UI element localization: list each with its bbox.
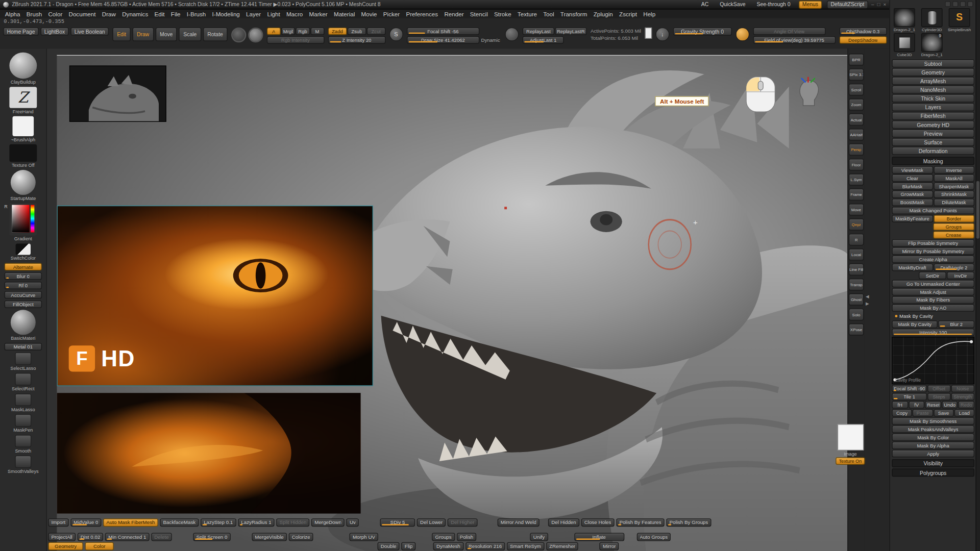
btn-zsub[interactable]: Zsub [348,28,366,35]
menu-item-transform[interactable]: Transform [557,10,591,18]
menu-item-zscript[interactable]: Zscript [616,10,640,18]
menu-item-help[interactable]: Help [640,10,658,18]
btn-offset[interactable]: Offset [927,385,950,392]
btn-preview[interactable]: Preview [892,129,974,137]
stroke-mini-icon[interactable] [952,1,958,7]
collapse-right-icon[interactable]: ▶ [866,301,890,306]
btn-zcut[interactable]: Zcut [366,28,385,35]
btn-unify[interactable]: Unify [530,533,548,541]
btn-fh[interactable]: fH [892,401,908,409]
btn-redo[interactable]: Redo [959,401,974,409]
btn-groups[interactable]: Groups [432,533,454,541]
btn-xpose[interactable]: XPose [849,323,864,335]
btn-mergedown[interactable]: MergeDown [311,518,345,527]
freehand-thumbnail-icon[interactable] [9,87,37,108]
menu-item-alpha[interactable]: Alpha [2,10,23,18]
btn-lightbox[interactable]: LightBox [40,28,68,36]
dock-item-selectrect[interactable]: SelectRect [12,373,34,392]
btn-strength[interactable]: Strength [951,393,974,400]
collapse-left-icon[interactable]: ◀ [866,294,890,299]
dock-item-rf-0[interactable]: Rf 0 [5,282,42,289]
btn-resolution-216[interactable]: Resolution 216 [465,542,505,550]
masking-header[interactable]: Masking [892,157,974,165]
dock-item-masklasso[interactable]: MaskLasso [11,393,35,412]
btn-steps[interactable]: Steps [927,393,950,400]
btn-subtool[interactable]: Subtool [892,59,974,67]
btn-zremesher[interactable]: ZRemesher [546,542,578,550]
btn-uv[interactable]: Uv [347,518,359,527]
btn-zadd[interactable]: Zadd [328,28,347,35]
btn-mask-peaksandvalleys[interactable]: Mask PeaksAndValleys [892,425,974,433]
btn-layers[interactable]: Layers [892,103,974,111]
btn-lazystep-0-1[interactable]: LazyStep 0.1 [201,518,236,527]
cavity-profile-curve[interactable]: Cavity Profile [892,337,974,384]
btn-polish[interactable]: Polish [456,533,476,541]
document-canvas[interactable]: F HD Alt + Mouse left [57,55,847,551]
btn-fv[interactable]: fV [909,401,924,409]
menu-item-layer[interactable]: Layer [243,10,264,18]
tool-thumbnail-icon[interactable] [15,456,31,468]
menu-item-marker[interactable]: Marker [306,10,330,18]
btn-scroll[interactable]: Scroll [849,84,864,95]
btn-mask-by-cavity[interactable]: Mask By Cavity [892,312,974,320]
btn-mask-by-smoothness[interactable]: Mask By Smoothness [892,417,974,425]
btn-invdir[interactable]: InvDir [947,272,974,280]
menu-item-material[interactable]: Material [331,10,358,18]
switch-thumbnail-icon[interactable] [16,244,31,255]
maximize-icon[interactable]: □ [877,2,880,7]
btn-mask-by-color[interactable]: Mask By Color [892,434,974,441]
stencil-thumb[interactable] [645,28,651,39]
document-thumbnail[interactable] [69,66,166,122]
angle-of-view-icon[interactable] [736,28,749,41]
dock-item-gradient[interactable]: RGradient [9,203,37,242]
btn-shrinkmask[interactable]: ShrinkMask [934,190,974,198]
dock-item-brushalph[interactable]: ~BrushAlph [11,116,35,142]
btn-deformation[interactable]: Deformation [892,147,974,155]
menu-item-light[interactable]: Light [264,10,283,18]
btn-mask-changed-points[interactable]: Mask Changed Points [892,207,974,214]
btn-mrgb[interactable]: Mrgb [281,28,295,35]
btn-gravity-strength-0[interactable]: Gravity Strength 0 [673,28,731,36]
btn-double[interactable]: Double [378,542,400,550]
btn-replaylastrel[interactable]: ReplayLastRel [555,28,586,35]
btn-qxyz[interactable]: Qxyz [849,219,864,231]
cylinder-icon[interactable] [921,8,943,27]
btn-clear[interactable]: Clear [892,174,933,182]
close-icon[interactable]: × [884,2,887,7]
menu-item-dynamics[interactable]: Dynamics [119,10,151,18]
btn-rgb-intensity[interactable]: Rgb Intensity [267,36,325,44]
dock-item-blur-0[interactable]: Blur 0 [5,272,42,280]
btn-fillobject[interactable]: FillObject [5,300,42,308]
btn-rf-0[interactable]: Rf 0 [5,282,42,289]
btn-noise[interactable]: Noise [951,385,974,392]
btn-projectall[interactable]: ProjectAll [48,533,76,541]
btn-fibermesh[interactable]: FiberMesh [892,112,974,120]
picker-thumbnail-icon[interactable]: R [9,203,37,236]
btn-apply[interactable]: Apply [892,450,974,458]
btn-dynamesh[interactable]: DynaMesh [433,542,463,550]
btn-defaultzscript[interactable]: DefaultZScript [827,1,868,9]
btn-go-to-unmasked-center[interactable]: Go To Unmasked Center [892,280,974,288]
texture-thumbnail[interactable] [837,424,863,450]
btn-load[interactable]: Load [954,409,974,417]
btn-delete[interactable]: Delete [151,533,172,541]
btn-del-hidden[interactable]: Del Hidden [548,518,579,527]
menu-item-render[interactable]: Render [441,10,467,18]
dock-item-selectlasso[interactable]: SelectLasso [10,353,36,371]
btn-menus[interactable]: Menus [798,1,822,9]
btn-rgb[interactable]: Rgb [296,28,309,35]
btn-maskall[interactable]: MaskAll [934,174,974,182]
btn-mask-by-fibers[interactable]: Mask By Fibers [892,296,974,304]
dock-item-fillobject[interactable]: FillObject [5,300,42,308]
btn-blurmask[interactable]: BlurMask [892,183,933,190]
tool-thumbnail-icon[interactable] [15,414,31,427]
dragon-icon[interactable] [894,8,915,27]
btn-scale[interactable]: Scale [179,28,201,41]
btn-mirror-by-posable-symmetry[interactable]: Mirror By Posable Symmetry [892,247,974,255]
menu-item-tool[interactable]: Tool [540,10,557,18]
btn-auto-mask-fibermesh[interactable]: Auto Mask FiberMesh [103,518,158,527]
dock-item-smooth[interactable]: Smooth [15,435,31,454]
tool-thumbnail-icon[interactable] [15,393,31,406]
dock-item-maskpen[interactable]: MaskPen [13,414,33,433]
btn-growmask[interactable]: GrowMask [892,190,933,198]
